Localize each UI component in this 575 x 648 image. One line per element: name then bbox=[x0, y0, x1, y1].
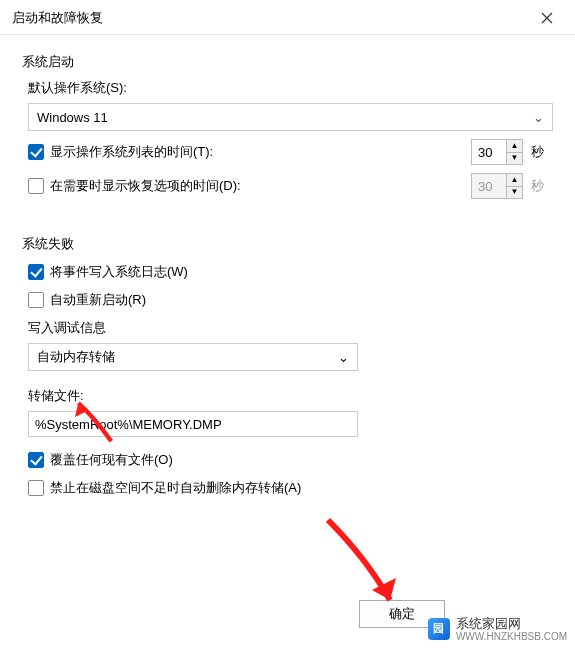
dialog-title: 启动和故障恢复 bbox=[12, 9, 103, 27]
default-os-value: Windows 11 bbox=[37, 110, 108, 125]
show-recovery-seconds: ▲▼ bbox=[471, 173, 523, 199]
dialog-content: 系统启动 默认操作系统(S): Windows 11 ⌄ 显示操作系统列表的时间… bbox=[0, 35, 575, 517]
seconds-unit: 秒 bbox=[531, 143, 553, 161]
spin-up-icon[interactable]: ▲ bbox=[507, 140, 522, 153]
show-os-list-label: 显示操作系统列表的时间(T): bbox=[50, 143, 213, 161]
write-event-checkbox[interactable] bbox=[28, 264, 44, 280]
watermark-logo-icon: 园 bbox=[428, 618, 450, 640]
chevron-down-icon: ⌄ bbox=[533, 110, 544, 125]
auto-restart-checkbox[interactable] bbox=[28, 292, 44, 308]
spin-down-icon[interactable]: ▼ bbox=[507, 153, 522, 165]
dump-file-label: 转储文件: bbox=[28, 387, 553, 405]
dump-file-input[interactable]: %SystemRoot%\MEMORY.DMP bbox=[28, 411, 358, 437]
watermark-sub: WWW.HNZKHBSB.COM bbox=[456, 631, 567, 642]
show-os-list-seconds[interactable]: ▲▼ bbox=[471, 139, 523, 165]
show-recovery-checkbox[interactable] bbox=[28, 178, 44, 194]
chevron-down-icon: ⌄ bbox=[338, 350, 349, 365]
dump-file-value: %SystemRoot%\MEMORY.DMP bbox=[35, 417, 222, 432]
annotation-arrow-icon bbox=[318, 510, 408, 610]
section-startup-title: 系统启动 bbox=[22, 53, 553, 71]
no-delete-label: 禁止在磁盘空间不足时自动删除内存转储(A) bbox=[50, 479, 301, 497]
show-recovery-label: 在需要时显示恢复选项的时间(D): bbox=[50, 177, 241, 195]
titlebar: 启动和故障恢复 bbox=[0, 0, 575, 35]
show-recovery-input bbox=[471, 173, 507, 199]
spinner-buttons[interactable]: ▲▼ bbox=[507, 139, 523, 165]
no-delete-checkbox[interactable] bbox=[28, 480, 44, 496]
show-os-list-checkbox[interactable] bbox=[28, 144, 44, 160]
close-icon bbox=[541, 12, 553, 24]
debug-info-value: 自动内存转储 bbox=[37, 348, 115, 366]
overwrite-checkbox[interactable] bbox=[28, 452, 44, 468]
write-event-label: 将事件写入系统日志(W) bbox=[50, 263, 188, 281]
section-failure-title: 系统失败 bbox=[22, 235, 553, 253]
spin-down-icon: ▼ bbox=[507, 187, 522, 199]
overwrite-label: 覆盖任何现有文件(O) bbox=[50, 451, 173, 469]
close-button[interactable] bbox=[529, 6, 565, 30]
watermark: 园 系统家园网 WWW.HNZKHBSB.COM bbox=[428, 615, 567, 642]
show-os-list-input[interactable] bbox=[471, 139, 507, 165]
auto-restart-label: 自动重新启动(R) bbox=[50, 291, 146, 309]
seconds-unit: 秒 bbox=[531, 177, 553, 195]
default-os-label: 默认操作系统(S): bbox=[28, 79, 553, 97]
debug-info-label: 写入调试信息 bbox=[28, 319, 553, 337]
debug-info-select[interactable]: 自动内存转储 ⌄ bbox=[28, 343, 358, 371]
default-os-select[interactable]: Windows 11 ⌄ bbox=[28, 103, 553, 131]
spinner-buttons-disabled: ▲▼ bbox=[507, 173, 523, 199]
spin-up-icon: ▲ bbox=[507, 174, 522, 187]
